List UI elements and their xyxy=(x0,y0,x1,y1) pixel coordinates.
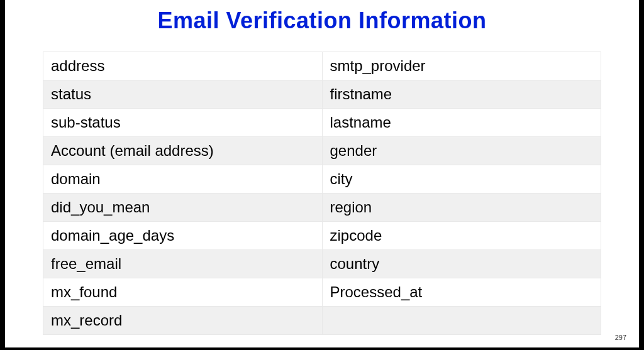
table-cell: zipcode xyxy=(322,222,601,250)
table-cell: Processed_at xyxy=(322,278,601,307)
table-row: mx_found Processed_at xyxy=(43,278,601,307)
table-cell: domain_age_days xyxy=(43,222,323,250)
table-cell: gender xyxy=(322,137,601,165)
table-cell: lastname xyxy=(322,109,601,137)
table-cell: Account (email address) xyxy=(43,137,323,165)
table-cell: domain xyxy=(43,165,323,194)
table-row: Account (email address) gender xyxy=(43,137,601,165)
table-cell: smtp_provider xyxy=(322,52,601,80)
table-cell: mx_found xyxy=(43,278,323,307)
table-cell: city xyxy=(322,165,601,194)
page-number: 297 xyxy=(615,334,626,341)
page-title: Email Verification Information xyxy=(43,8,601,34)
table-row: domain_age_days zipcode xyxy=(43,222,601,250)
table-cell: status xyxy=(43,80,323,109)
table-row: status firstname xyxy=(43,80,601,109)
verification-fields-table: address smtp_provider status firstname s… xyxy=(43,52,601,335)
table-cell: sub-status xyxy=(43,109,323,137)
table-cell: region xyxy=(322,194,601,222)
table-cell xyxy=(322,307,601,335)
table-row: sub-status lastname xyxy=(43,109,601,137)
table-cell: firstname xyxy=(322,80,601,109)
table-row: address smtp_provider xyxy=(43,52,601,80)
table-cell: address xyxy=(43,52,323,80)
table-row: mx_record xyxy=(43,307,601,335)
table-cell: did_you_mean xyxy=(43,194,323,222)
table-row: did_you_mean region xyxy=(43,194,601,222)
table-row: free_email country xyxy=(43,250,601,278)
table-row: domain city xyxy=(43,165,601,194)
slide-content: Email Verification Information address s… xyxy=(5,0,639,335)
table-cell: country xyxy=(322,250,601,278)
table-cell: mx_record xyxy=(43,307,323,335)
table-cell: free_email xyxy=(43,250,323,278)
